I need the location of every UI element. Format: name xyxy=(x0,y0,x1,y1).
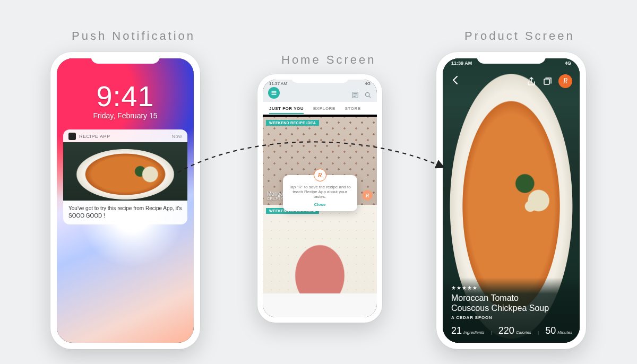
status-network: 4G xyxy=(365,81,371,86)
status-time: 11:39 AM xyxy=(451,60,472,66)
search-icon[interactable] xyxy=(364,91,372,99)
list-icon[interactable] xyxy=(351,91,359,99)
collections-icon[interactable] xyxy=(543,76,552,86)
heading-push-notification: Push Notification xyxy=(72,29,195,43)
notch xyxy=(91,52,160,64)
product-title-line1: Moroccan Tomato xyxy=(451,293,519,302)
app-icon xyxy=(68,133,76,140)
notification-image xyxy=(63,142,187,201)
tooltip-text: Tap "R" to save the recipe and to teach … xyxy=(288,185,352,199)
notification-body: You've got to try this recipe from Recip… xyxy=(63,201,187,224)
tooltip-r-icon: R xyxy=(314,169,326,181)
lockscreen-clock: 9:41 Friday, February 15 xyxy=(57,58,194,120)
product-author: A CEDAR SPOON xyxy=(451,315,571,320)
hamburger-icon xyxy=(271,90,277,96)
svg-rect-2 xyxy=(544,79,549,84)
tab-store[interactable]: STORE xyxy=(345,106,361,111)
status-time: 11:37 AM xyxy=(269,81,287,86)
meta-calories-l: Calories xyxy=(516,330,531,335)
share-icon[interactable] xyxy=(527,76,536,86)
status-network: 4G xyxy=(565,60,571,66)
save-recipe-button[interactable]: R xyxy=(558,74,572,88)
lockscreen-time: 9:41 xyxy=(57,80,194,112)
tab-just-for-you[interactable]: JUST FOR YOU xyxy=(269,106,304,114)
heading-home-screen: Home Screen xyxy=(281,53,376,67)
dim-overlay xyxy=(263,117,377,317)
meta-calories-n: 220 xyxy=(498,325,514,336)
tab-explore[interactable]: EXPLORE xyxy=(313,106,335,111)
recipe-tag-1: WEEKEND RECIPE IDEA xyxy=(266,120,319,126)
rating-stars: ★★★★★ xyxy=(451,285,571,291)
menu-button[interactable] xyxy=(268,87,280,99)
notch xyxy=(477,52,546,64)
meta-minutes-n: 50 xyxy=(545,325,556,336)
meta-ingredients-n: 21 xyxy=(451,325,462,336)
home-tabs: JUST FOR YOU EXPLORE STORE xyxy=(263,102,377,115)
phone-product-screen: 11:39 AM 4G R ★★★★★ Moroccan Tomato Cous… xyxy=(436,52,586,349)
notification-time: Now xyxy=(171,134,182,139)
heading-product-screen: Product Screen xyxy=(464,29,575,43)
onboarding-tooltip: R Tap "R" to save the recipe and to teac… xyxy=(283,175,357,211)
back-arrow-icon[interactable] xyxy=(450,75,461,85)
notch xyxy=(291,74,348,83)
product-info-panel: ★★★★★ Moroccan Tomato Couscous Chickpea … xyxy=(443,278,580,343)
tooltip-close[interactable]: Close xyxy=(288,202,352,207)
lockscreen-date: Friday, February 15 xyxy=(57,111,194,120)
notification-app-name: RECIPE APP xyxy=(79,134,110,139)
product-title-line2: Couscous Chickpea Soup xyxy=(451,304,549,313)
meta-ingredients-l: Ingredients xyxy=(463,330,485,335)
phone-push-notification: 9:41 Friday, February 15 RECIPE APP Now … xyxy=(50,52,200,349)
phone-home-screen: 11:37 AM 4G JUST FOR YOU EXPLORE STORE xyxy=(257,74,382,323)
meta-minutes-l: Minutes xyxy=(557,330,572,335)
push-notification-card[interactable]: RECIPE APP Now You've got to try this re… xyxy=(63,129,187,224)
